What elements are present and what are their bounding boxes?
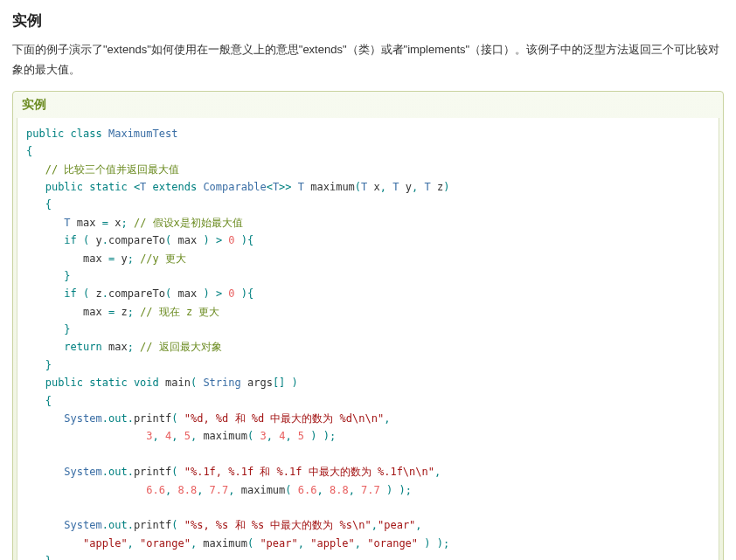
op: .: [128, 466, 134, 478]
op: (: [83, 287, 89, 300]
op: (: [285, 484, 291, 496]
example-container: 实例 public class MaximumTest { // 比较三个值并返…: [12, 91, 724, 560]
fn-name: maximum: [310, 181, 355, 193]
op: ): [310, 430, 316, 442]
field: out: [108, 466, 128, 478]
var: max: [77, 217, 96, 229]
op: (: [171, 519, 177, 531]
class-name: MaximumTest: [108, 128, 177, 140]
number: 6.6: [146, 484, 165, 496]
var: args: [247, 377, 273, 389]
op: ,: [285, 430, 291, 442]
op: (: [247, 537, 253, 550]
op: ,: [153, 430, 159, 442]
op: >: [216, 234, 222, 246]
field: out: [108, 412, 128, 425]
op: .: [102, 234, 108, 246]
type: T: [298, 181, 304, 193]
op: (: [247, 430, 253, 442]
op: ;: [128, 306, 134, 318]
op: ): [424, 537, 430, 550]
section-description: 下面的例子演示了"extends"如何使用在一般意义上的意思"extends"（…: [12, 39, 724, 80]
keyword: class: [71, 128, 102, 140]
number: 5: [298, 430, 304, 442]
op: ;: [128, 341, 134, 353]
op: ,: [171, 430, 177, 442]
string: "orange": [140, 537, 191, 550]
op: );: [437, 537, 449, 550]
op: );: [323, 430, 336, 442]
type: T: [64, 217, 70, 229]
class: System: [64, 412, 101, 425]
op: ,: [355, 537, 361, 550]
type: T: [140, 181, 146, 193]
comment: // 现在 z 更大: [140, 306, 219, 318]
number: 7.7: [210, 484, 229, 496]
comment: // 假设x是初始最大值: [134, 217, 243, 229]
op: ,: [384, 412, 390, 425]
var: y: [121, 252, 127, 265]
brace: }: [64, 270, 70, 282]
op: ){: [241, 287, 253, 300]
number: 3: [260, 430, 266, 442]
section-heading: 实例: [12, 10, 724, 31]
comment: // 比较三个值并返回最大值: [45, 163, 180, 176]
op: ;: [121, 217, 127, 229]
op: ,: [380, 181, 386, 193]
comment: //y 更大: [140, 252, 186, 265]
op: (: [171, 466, 177, 478]
keyword: if: [64, 287, 76, 300]
op: ,: [165, 484, 171, 496]
keyword: static: [89, 181, 127, 193]
var: y: [406, 181, 412, 193]
op: (: [165, 234, 171, 246]
op: ,: [349, 484, 355, 496]
example-title: 实例: [13, 92, 723, 118]
keyword: return: [64, 341, 101, 353]
number: 7.7: [361, 484, 380, 496]
op: (: [83, 234, 89, 246]
string: "orange": [367, 537, 418, 550]
number: 6.6: [298, 484, 317, 496]
class: System: [64, 519, 101, 531]
fn-name: main: [165, 377, 191, 389]
keyword: void: [134, 377, 159, 389]
op: (: [171, 412, 177, 425]
class: System: [64, 466, 101, 478]
keyword: public: [45, 377, 83, 389]
op: ): [386, 484, 392, 496]
op: ;: [128, 252, 134, 265]
op: ,: [197, 484, 203, 496]
op: .: [128, 519, 134, 531]
op: ): [203, 287, 209, 300]
method: printf: [134, 466, 171, 478]
op: ,: [191, 537, 197, 550]
var: max: [83, 306, 102, 318]
number: 3: [146, 430, 152, 442]
method: printf: [134, 412, 171, 425]
fn-call: maximum: [203, 537, 247, 550]
op: ,: [191, 430, 197, 442]
method: compareTo: [108, 287, 165, 300]
op: ){: [241, 234, 253, 246]
op: ): [443, 181, 449, 193]
op: ,: [128, 537, 134, 550]
string: "%d, %d 和 %d 中最大的数为 %d\n\n": [184, 412, 385, 425]
op: =: [102, 217, 108, 229]
type: Comparable: [203, 181, 266, 193]
op: ,: [412, 181, 418, 193]
number: 0: [228, 287, 234, 300]
op: .: [102, 519, 108, 531]
op: ,: [415, 519, 421, 531]
comment: // 返回最大对象: [140, 341, 222, 353]
op: <: [267, 181, 273, 193]
op: ,: [298, 537, 304, 550]
code-block: public class MaximumTest { // 比较三个值并返回最大…: [17, 118, 719, 560]
var: max: [177, 287, 197, 300]
fn-call: maximum: [203, 430, 247, 442]
string: "apple": [310, 537, 355, 550]
number: 8.8: [177, 484, 197, 496]
op: (: [355, 181, 361, 193]
keyword: static: [89, 377, 127, 389]
var: max: [83, 252, 102, 265]
